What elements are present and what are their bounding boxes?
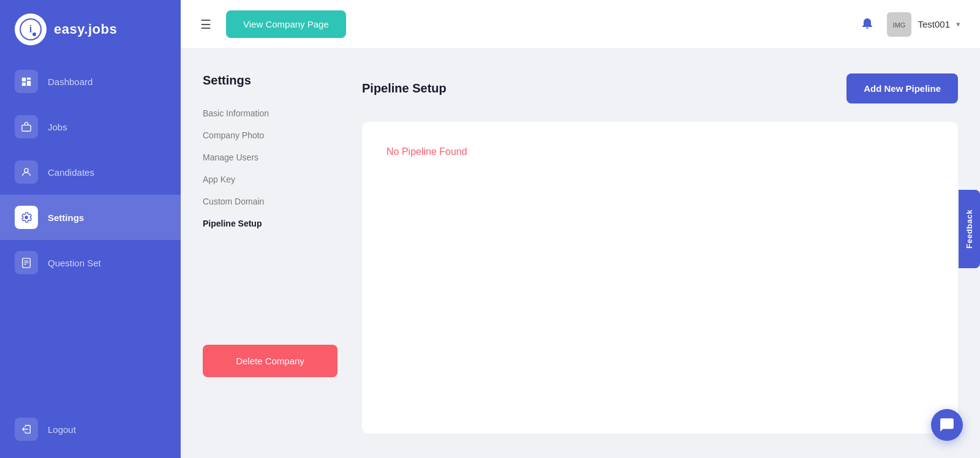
view-company-button[interactable]: View Company Page <box>226 10 346 38</box>
sidebar-item-label-jobs: Jobs <box>48 122 67 132</box>
jobs-icon <box>15 115 38 138</box>
settings-nav-pipeline-setup[interactable]: Pipeline Setup <box>203 212 337 235</box>
settings-nav-app-key[interactable]: App Key <box>203 168 337 190</box>
sidebar-item-jobs[interactable]: Jobs <box>0 104 181 149</box>
sidebar-item-dashboard[interactable]: Dashboard <box>0 59 181 104</box>
avatar: IMG <box>887 12 911 37</box>
chevron-down-icon: ▾ <box>956 20 960 29</box>
sidebar-item-logout[interactable]: Logout <box>0 407 181 452</box>
bell-icon[interactable] <box>860 15 875 34</box>
sidebar-item-settings[interactable]: Settings <box>0 195 181 240</box>
sidebar-item-candidates[interactable]: Candidates <box>0 149 181 195</box>
pipeline-area: Pipeline Setup Add New Pipeline No Pipel… <box>362 73 958 434</box>
add-new-pipeline-button[interactable]: Add New Pipeline <box>846 73 958 103</box>
sidebar-item-label-settings: Settings <box>48 212 84 223</box>
sidebar-item-label-dashboard: Dashboard <box>48 77 92 87</box>
user-name: Test001 <box>918 19 950 29</box>
logo: i easy.jobs <box>0 0 132 59</box>
logo-text: easy.jobs <box>54 21 117 37</box>
pipeline-content: No Pipeline Found <box>362 122 958 434</box>
main-area: ☰ View Company Page IMG Test001 ▾ Settin… <box>181 0 980 458</box>
sidebar-item-question-set[interactable]: Question Set <box>0 240 181 285</box>
settings-nav-manage-users[interactable]: Manage Users <box>203 146 337 168</box>
chat-bubble[interactable] <box>931 409 963 441</box>
svg-point-4 <box>24 168 28 172</box>
question-set-icon <box>15 251 38 274</box>
pipeline-title: Pipeline Setup <box>362 81 447 96</box>
sidebar-item-label-question-set: Question Set <box>48 258 101 268</box>
logo-icon: i <box>15 13 47 45</box>
user-info[interactable]: IMG Test001 ▾ <box>887 12 960 37</box>
settings-icon <box>15 206 38 229</box>
settings-sidebar: Settings Basic Information Company Photo… <box>203 73 337 434</box>
header-right: IMG Test001 ▾ <box>860 12 960 37</box>
logout-icon <box>15 418 38 441</box>
sidebar-item-label-logout: Logout <box>48 424 76 435</box>
dashboard-icon <box>15 70 38 93</box>
settings-nav-basic-info[interactable]: Basic Information <box>203 102 337 124</box>
sidebar: i easy.jobs Dashboard Jobs <box>0 0 181 458</box>
header: ☰ View Company Page IMG Test001 ▾ <box>181 0 980 49</box>
feedback-button[interactable]: Feedback <box>959 190 980 268</box>
sidebar-nav: Dashboard Jobs Candidates <box>0 59 181 458</box>
delete-company-button[interactable]: Delete Company <box>203 345 337 377</box>
candidates-icon <box>15 160 38 184</box>
svg-text:IMG: IMG <box>893 21 906 29</box>
svg-rect-3 <box>22 125 31 131</box>
feedback-label[interactable]: Feedback <box>959 190 980 268</box>
svg-text:i: i <box>29 24 32 34</box>
no-pipeline-text: No Pipeline Found <box>386 146 467 157</box>
svg-point-2 <box>32 32 36 36</box>
sidebar-item-label-candidates: Candidates <box>48 167 94 178</box>
content-area: Settings Basic Information Company Photo… <box>181 49 980 458</box>
menu-icon[interactable]: ☰ <box>200 17 211 32</box>
settings-nav-company-photo[interactable]: Company Photo <box>203 124 337 146</box>
settings-nav-custom-domain[interactable]: Custom Domain <box>203 190 337 212</box>
pipeline-header: Pipeline Setup Add New Pipeline <box>362 73 958 103</box>
settings-title: Settings <box>203 73 337 88</box>
